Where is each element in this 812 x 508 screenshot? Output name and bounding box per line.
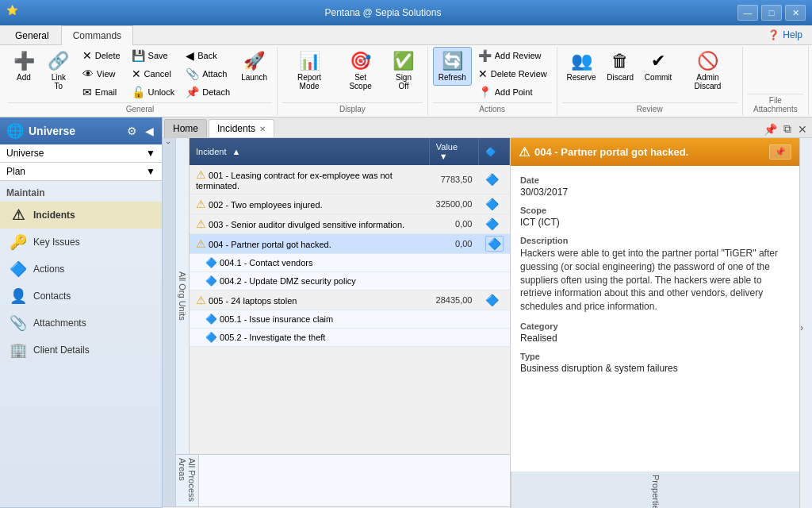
small-buttons-col2: 💾 Save ✕ Cancel 🔓 Unlock bbox=[127, 47, 180, 101]
refresh-button[interactable]: 🔄 Refresh bbox=[433, 47, 472, 86]
add-review-button[interactable]: ➕ Add Review bbox=[473, 47, 552, 64]
view-icon: 👁 bbox=[82, 67, 94, 80]
table-row[interactable]: 🔷 005.2 - Investigate the theft bbox=[190, 329, 510, 347]
add-button[interactable]: ➕ Add bbox=[8, 47, 40, 86]
sidebar-settings-button[interactable]: ⚙ bbox=[125, 123, 139, 139]
plan-dropdown[interactable]: Plan ▼ bbox=[0, 163, 162, 181]
ribbon: General Commands ❓ Help ➕ Add 🔗 Link To … bbox=[0, 25, 812, 117]
scope-btn[interactable]: 🔷 bbox=[485, 173, 499, 186]
delete-icon: ✕ bbox=[82, 49, 92, 62]
actions-icon: 🔷 bbox=[10, 260, 27, 278]
sidebar-item-key-issues[interactable]: 🔑 Key Issues bbox=[0, 229, 162, 256]
display-group-label: Display bbox=[282, 102, 423, 115]
split-view: › All Org Units Incident bbox=[163, 138, 812, 508]
universe-dropdown[interactable]: Universe ▼ bbox=[0, 144, 162, 163]
detail-description-field: Description Hackers were able to get int… bbox=[520, 236, 790, 314]
discard-button[interactable]: 🗑 Discard bbox=[602, 47, 638, 86]
table-row-selected[interactable]: ⚠ 004 - Partner portal got hacked. 0,00 … bbox=[190, 234, 510, 254]
delete-button[interactable]: ✕ Delete bbox=[78, 47, 125, 64]
client-details-icon: 🏢 bbox=[10, 341, 27, 359]
content-tabs: Home Incidents ✕ 📌 ⧉ ✕ bbox=[163, 117, 812, 138]
tab-commands[interactable]: Commands bbox=[61, 25, 133, 45]
minimize-button[interactable]: — bbox=[737, 5, 758, 21]
expand-button[interactable]: › bbox=[163, 138, 176, 508]
delete-review-button[interactable]: ✕ Delete Review bbox=[473, 65, 552, 83]
cancel-icon: ✕ bbox=[132, 67, 141, 80]
incident-table: Incident ▲ Value ▼ bbox=[190, 138, 510, 347]
table-row[interactable]: ⚠ 001 - Leasing contract for ex-employee… bbox=[190, 165, 510, 194]
detail-content: Date 30/03/2017 Scope ICT (ICT) Descript… bbox=[511, 166, 799, 471]
window-controls: — □ ✕ bbox=[737, 5, 806, 21]
commit-button[interactable]: ✔ Commit bbox=[640, 47, 676, 86]
sidebar-item-incidents[interactable]: ⚠ Incidents bbox=[0, 202, 162, 229]
launch-button[interactable]: 🚀 Launch bbox=[236, 47, 272, 86]
properties-sidebar[interactable]: Properties bbox=[511, 471, 799, 508]
tab-pin-button[interactable]: 📌 bbox=[760, 121, 780, 137]
launch-icon: 🚀 bbox=[243, 51, 265, 71]
admin-discard-button[interactable]: 🚫 Admin Discard bbox=[678, 47, 737, 94]
back-button[interactable]: ◀ Back bbox=[181, 47, 235, 64]
save-button[interactable]: 💾 Save bbox=[127, 47, 180, 64]
discard-icon: 🗑 bbox=[611, 51, 629, 71]
reserve-button[interactable]: 👥 Reserve bbox=[562, 47, 601, 86]
col-actions: 🔷 bbox=[479, 138, 510, 165]
admin-discard-icon: 🚫 bbox=[697, 51, 718, 71]
set-scope-button[interactable]: 🎯 Set Scope bbox=[338, 47, 383, 94]
table-row[interactable]: 🔷 004.2 - Update DMZ security policy bbox=[190, 272, 510, 291]
table-row[interactable]: ⚠ 005 - 24 laptops stolen 28435,00 🔷 bbox=[190, 291, 510, 310]
close-button[interactable]: ✕ bbox=[785, 5, 806, 21]
unlock-icon: 🔓 bbox=[132, 86, 145, 98]
col-incident[interactable]: Incident ▲ bbox=[190, 138, 429, 165]
incident-table-scroll[interactable]: Incident ▲ Value ▼ bbox=[190, 138, 510, 454]
sign-off-button[interactable]: ✅ Sign Off bbox=[385, 47, 423, 94]
detail-category-field: Category Realised bbox=[520, 321, 790, 344]
warn-icon: ⚠ bbox=[196, 168, 206, 181]
file-attachments-label: File Attachments bbox=[748, 94, 803, 115]
scope-btn-selected[interactable]: 🔷 bbox=[485, 236, 504, 252]
key-issues-icon: 🔑 bbox=[10, 233, 27, 251]
attach-button[interactable]: 📎 Attach bbox=[181, 65, 235, 83]
right-expand-button[interactable]: › bbox=[799, 138, 812, 508]
col-scope-icon: 🔷 bbox=[485, 147, 496, 156]
plan-label: Plan bbox=[6, 166, 25, 177]
warn-icon: ⚠ bbox=[196, 198, 206, 210]
table-row[interactable]: ⚠ 003 - Senior auditor divulged sensitiv… bbox=[190, 214, 510, 234]
add-point-button[interactable]: 📍 Add Point bbox=[473, 83, 552, 101]
scope-btn[interactable]: 🔷 bbox=[485, 217, 499, 230]
sidebar-collapse-button[interactable]: ◀ bbox=[144, 123, 155, 139]
col-value[interactable]: Value ▼ bbox=[429, 138, 478, 165]
cancel-button[interactable]: ✕ Cancel bbox=[127, 65, 180, 83]
tab-window-button[interactable]: ⧉ bbox=[780, 121, 795, 137]
scope-btn[interactable]: 🔷 bbox=[485, 198, 499, 210]
detach-button[interactable]: 📌 Detach bbox=[181, 83, 235, 101]
scope-btn[interactable]: 🔷 bbox=[485, 294, 499, 306]
sidebar-item-attachments[interactable]: 📎 Attachments bbox=[0, 310, 162, 337]
universe-label: Universe bbox=[6, 148, 44, 159]
tab-incidents-close[interactable]: ✕ bbox=[259, 125, 266, 133]
table-row[interactable]: ⚠ 002 - Two employees injured. 32500,00 … bbox=[190, 194, 510, 214]
report-mode-button[interactable]: 📊 Report Mode bbox=[282, 47, 336, 94]
universe-dropdown-arrow: ▼ bbox=[146, 148, 155, 159]
view-button[interactable]: 👁 View bbox=[78, 65, 125, 83]
tab-incidents[interactable]: Incidents ✕ bbox=[209, 119, 274, 137]
email-button[interactable]: ✉ Email bbox=[78, 83, 125, 101]
table-row[interactable]: 🔷 004.1 - Contact vendors bbox=[190, 254, 510, 272]
maximize-button[interactable]: □ bbox=[761, 5, 782, 21]
sort-icon: ▲ bbox=[232, 147, 241, 156]
reserve-icon: 👥 bbox=[571, 51, 592, 71]
sidebar-item-client-details[interactable]: 🏢 Client Details bbox=[0, 337, 162, 364]
detail-category-value: Realised bbox=[520, 333, 790, 344]
table-row[interactable]: 🔷 005.1 - Issue insurance claim bbox=[190, 310, 510, 329]
sidebar-item-contacts[interactable]: 👤 Contacts bbox=[0, 283, 162, 310]
main-layout: 🌐 Universe ⚙ ◀ Universe ▼ Plan ▼ Maintai… bbox=[0, 117, 812, 508]
help-button[interactable]: ❓ Help bbox=[761, 25, 809, 44]
sidebar-item-actions[interactable]: 🔷 Actions bbox=[0, 256, 162, 283]
tab-close-button[interactable]: ✕ bbox=[795, 121, 810, 137]
unlock-button[interactable]: 🔓 Unlock bbox=[127, 83, 180, 101]
sidebar-header: 🌐 Universe ⚙ ◀ bbox=[0, 117, 162, 144]
detail-pin-button[interactable]: 📌 bbox=[769, 144, 791, 160]
tab-general[interactable]: General bbox=[3, 25, 61, 45]
link-to-button[interactable]: 🔗 Link To bbox=[41, 47, 76, 94]
app-icon: ⭐ bbox=[6, 5, 22, 21]
tab-home[interactable]: Home bbox=[164, 119, 207, 137]
